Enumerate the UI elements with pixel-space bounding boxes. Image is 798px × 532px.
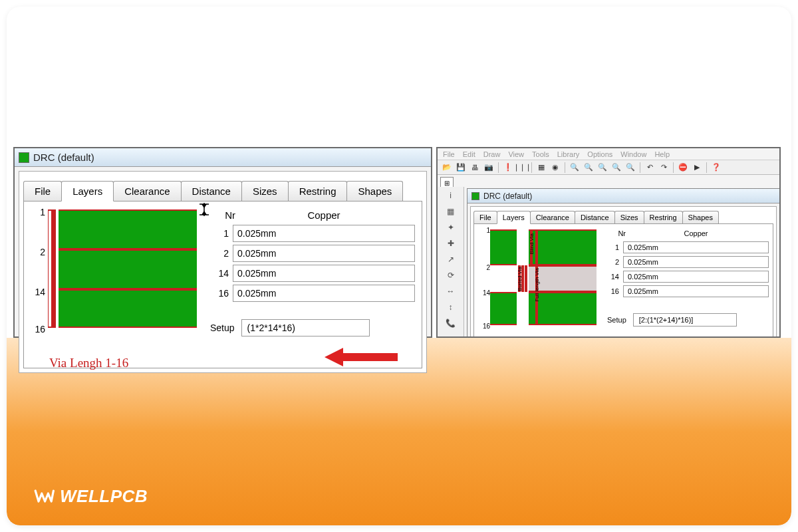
left-tab-body: 1 2 14 16 Nr	[23, 201, 422, 368]
redo-icon[interactable]: ↷	[657, 162, 670, 174]
tool-icon[interactable]: ✚	[440, 236, 462, 251]
menu-item[interactable]: Window	[620, 150, 646, 158]
table-row: 14	[209, 265, 415, 282]
tool-icon[interactable]: i	[440, 188, 462, 203]
undo-icon[interactable]: ↶	[643, 162, 656, 174]
tab-sizes[interactable]: Sizes	[614, 211, 644, 223]
menu-item[interactable]: Help	[654, 150, 670, 158]
tab-clearance[interactable]: Clearance	[113, 181, 181, 201]
red-arrow-icon	[325, 348, 398, 366]
zoom-in-icon[interactable]: 🔍	[582, 162, 595, 174]
row-nr: 14	[209, 268, 233, 279]
menu-item[interactable]: Options	[587, 150, 612, 158]
layer-mark: 2	[31, 247, 45, 257]
tab-distance[interactable]: Distance	[181, 181, 242, 201]
row-nr: 1	[209, 228, 233, 239]
menu-item[interactable]: Tools	[532, 150, 549, 158]
tab-layers[interactable]: Layers	[497, 211, 531, 224]
right-window: File Edit Draw View Tools Library Option…	[436, 147, 781, 338]
layer-mark: 14	[31, 287, 45, 297]
layers-icon[interactable]: ❘❘❘	[515, 162, 529, 174]
layer-mark: 16	[31, 324, 45, 334]
camera-icon[interactable]: 📷	[482, 162, 495, 174]
menu-item[interactable]: Edit	[463, 150, 475, 158]
right-tab-body: 1 2 14 16	[473, 223, 773, 338]
brand-logo: WELLPCB	[33, 485, 148, 507]
tab-restring[interactable]: Restring	[288, 181, 348, 201]
copper-input[interactable]	[233, 245, 415, 262]
copper-input[interactable]	[623, 285, 769, 297]
go-icon[interactable]: ▶	[690, 162, 704, 174]
zoom-fit-icon[interactable]: 🔍	[568, 162, 581, 174]
menu-item[interactable]: Draw	[483, 150, 501, 158]
menu-item[interactable]: View	[508, 150, 524, 158]
left-title: DRC (default)	[33, 152, 94, 163]
print-icon[interactable]: 🖶	[468, 162, 481, 174]
svg-marker-5	[325, 348, 398, 366]
layer-mark: 14	[475, 289, 490, 297]
setup-label: Setup	[210, 323, 235, 333]
table-row: 2	[209, 245, 415, 262]
tool-icon[interactable]: ⟳	[440, 268, 462, 283]
svg-marker-3	[201, 211, 207, 215]
tab-distance[interactable]: Distance	[575, 211, 615, 223]
right-sub-window: DRC (default) File Layers Clearance Dist…	[467, 188, 779, 338]
table-row: 2	[606, 256, 769, 268]
tab-file[interactable]: File	[23, 181, 62, 201]
copper-input[interactable]	[233, 225, 415, 242]
via-length-annotation: Via Lengh 1-16	[49, 356, 128, 370]
drc-app-icon	[19, 152, 29, 163]
open-icon[interactable]: 📂	[440, 162, 454, 174]
help-icon[interactable]: ❓	[710, 162, 723, 174]
left-layer-table: Nr Copper 1 2 14 16 Setup	[209, 208, 415, 361]
left-tabs: File Layers Clearance Distance Sizes Res…	[23, 181, 422, 201]
setup-label: Setup	[607, 316, 626, 324]
row-nr: 2	[209, 248, 233, 259]
nr-header: Nr	[211, 209, 235, 221]
zoom-select-icon[interactable]: 🔍	[624, 162, 637, 174]
tab-sizes[interactable]: Sizes	[241, 181, 289, 201]
left-window: DRC (default) File Layers Clearance Dist…	[13, 147, 432, 338]
mark-icon[interactable]: ◉	[549, 162, 562, 174]
nr-header: Nr	[608, 229, 626, 237]
copper-input[interactable]	[623, 271, 769, 283]
table-row: 16	[209, 285, 415, 302]
tab-shapes[interactable]: Shapes	[346, 181, 403, 201]
copper-input[interactable]	[623, 241, 769, 253]
tool-icon[interactable]: ▦	[440, 204, 462, 219]
tool-icon[interactable]: ↗	[440, 252, 462, 267]
layer-mark: 1	[31, 207, 45, 217]
tool-icon[interactable]: ✦	[440, 220, 462, 235]
display-icon[interactable]: ▦	[535, 162, 548, 174]
tab-file[interactable]: File	[473, 211, 497, 223]
row-nr: 2	[606, 258, 623, 266]
tool-icon[interactable]: ↔	[440, 284, 462, 299]
drc-app-icon	[471, 192, 479, 200]
left-stackup: 1 2 14 16	[31, 208, 197, 361]
copper-input[interactable]	[623, 256, 769, 268]
buried-via-label: Buried Via	[517, 267, 523, 291]
copper-input[interactable]	[233, 285, 415, 302]
left-titlebar: DRC (default)	[15, 148, 431, 167]
tool-icon[interactable]: 📞	[440, 316, 462, 331]
layer-mark: 2	[475, 264, 490, 271]
tool-icon[interactable]: ↕	[440, 300, 462, 315]
copper-input[interactable]	[233, 265, 415, 282]
menu-item[interactable]: Library	[557, 150, 580, 158]
stop-icon[interactable]: ⛔	[676, 162, 690, 174]
tab-restring[interactable]: Restring	[644, 211, 683, 223]
tab-shapes[interactable]: Shapes	[682, 211, 719, 223]
copper-header: Copper	[235, 209, 412, 221]
zoom-out-icon[interactable]: 🔍	[596, 162, 609, 174]
table-row: 14	[606, 271, 769, 283]
setup-input[interactable]	[241, 319, 370, 336]
full-via-label: Full length Via	[534, 268, 540, 302]
setup-input[interactable]	[633, 313, 737, 327]
brand-text: WELLPCB	[60, 486, 148, 507]
tab-layers[interactable]: Layers	[61, 181, 114, 201]
save-icon[interactable]: 💾	[454, 162, 467, 174]
zoom-redraw-icon[interactable]: 🔍	[610, 162, 623, 174]
menu-item[interactable]: File	[443, 150, 455, 158]
row-nr: 16	[209, 288, 233, 299]
tab-clearance[interactable]: Clearance	[530, 211, 575, 223]
